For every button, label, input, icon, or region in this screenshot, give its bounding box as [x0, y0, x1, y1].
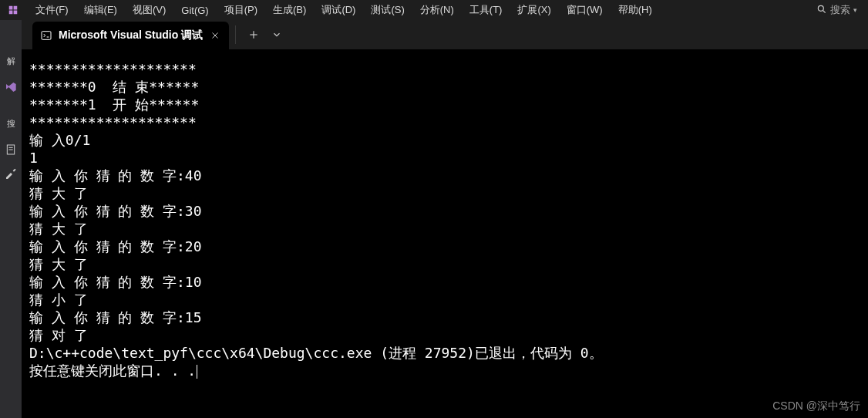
console-line: 猜 小 了 [29, 291, 860, 308]
menu-extensions[interactable]: 扩展(X) [510, 2, 558, 19]
menu-git[interactable]: Git(G) [173, 3, 216, 18]
search-box[interactable]: 搜索 ▾ [812, 2, 862, 19]
menu-view[interactable]: 视图(V) [125, 2, 173, 19]
svg-rect-5 [42, 32, 51, 40]
console-line: 猜 大 了 [29, 220, 860, 238]
close-icon[interactable] [209, 29, 221, 42]
console-line: 输 入 你 猜 的 数 字:40 [29, 167, 860, 184]
console-line: 输 入0/1 [29, 131, 860, 149]
menu-window[interactable]: 窗口(W) [559, 2, 611, 19]
console-icon [40, 29, 52, 42]
console-line: *******0 结 束****** [29, 78, 860, 96]
vs-icon[interactable] [2, 78, 20, 96]
tab-debug-console[interactable]: Microsoft Visual Studio 调试 [32, 22, 229, 49]
tab-title: Microsoft Visual Studio 调试 [59, 29, 203, 42]
console-line: 按任意键关闭此窗口. . . [29, 362, 860, 379]
sidebar-item-2[interactable]: 搜 [5, 113, 17, 134]
app-logo-icon [6, 3, 20, 17]
menu-project[interactable]: 项目(P) [217, 2, 265, 19]
menu-file[interactable]: 文件(F) [28, 2, 76, 19]
menu-debug[interactable]: 调试(D) [314, 2, 363, 19]
tab-divider [235, 25, 236, 44]
console-line: ******************** [29, 113, 860, 131]
menu-edit[interactable]: 编辑(E) [76, 2, 125, 19]
menu-tools[interactable]: 工具(T) [462, 2, 510, 19]
console-line: D:\c++code\text_pyf\ccc\x64\Debug\ccc.ex… [29, 344, 860, 362]
menu-test[interactable]: 测试(S) [363, 2, 412, 19]
sidebar-item-1[interactable]: 解 [5, 51, 17, 72]
menu-analyze[interactable]: 分析(N) [412, 2, 462, 19]
sidebar-left: 解 搜 [0, 20, 22, 418]
watermark: CSDN @深中笃行 [772, 399, 860, 413]
menu-build[interactable]: 生成(B) [265, 2, 314, 19]
console-line: 猜 大 了 [29, 255, 860, 273]
search-label: 搜索 [830, 3, 850, 17]
svg-line-1 [823, 10, 826, 12]
console-line: 1 [29, 149, 860, 167]
console-line: 猜 对 了 [29, 326, 860, 344]
console-output[interactable]: ***************************0 结 束********… [22, 49, 868, 418]
console-line: 输 入 你 猜 的 数 字:20 [29, 238, 860, 255]
chevron-down-icon: ▾ [853, 6, 857, 14]
document-icon[interactable] [2, 140, 20, 159]
search-icon [816, 4, 827, 17]
tab-dropdown-button[interactable] [265, 26, 288, 43]
new-tab-button[interactable] [242, 26, 265, 43]
console-line: 猜 大 了 [29, 184, 860, 202]
svg-point-0 [818, 5, 823, 11]
tab-bar: Microsoft Visual Studio 调试 [0, 20, 868, 49]
console-line: 输 入 你 猜 的 数 字:10 [29, 273, 860, 291]
menu-help[interactable]: 帮助(H) [611, 2, 660, 19]
menu-bar: 文件(F) 编辑(E) 视图(V) Git(G) 项目(P) 生成(B) 调试(… [0, 0, 868, 20]
console-line: 输 入 你 猜 的 数 字:15 [29, 308, 860, 326]
console-line: ******************** [29, 60, 860, 78]
wrench-icon[interactable] [2, 163, 20, 182]
console-line: *******1 开 始****** [29, 96, 860, 113]
console-line: 输 入 你 猜 的 数 字:30 [29, 202, 860, 220]
